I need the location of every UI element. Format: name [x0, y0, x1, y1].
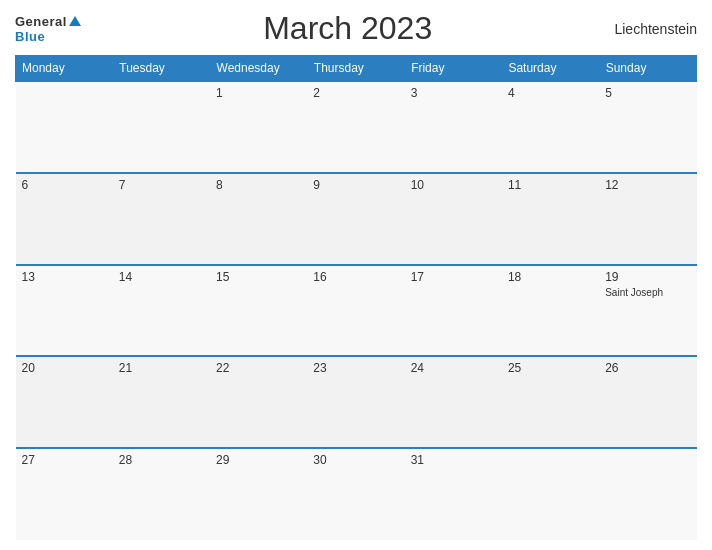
day-header-monday: Monday — [16, 56, 113, 82]
day-number: 6 — [22, 178, 107, 192]
day-number: 10 — [411, 178, 496, 192]
day-number: 29 — [216, 453, 301, 467]
logo: General Blue — [15, 14, 81, 44]
day-number: 26 — [605, 361, 690, 375]
calendar-cell: 26 — [599, 356, 696, 448]
holiday-name: Saint Joseph — [605, 286, 690, 299]
day-number: 19 — [605, 270, 690, 284]
calendar-cell: 5 — [599, 81, 696, 173]
day-number: 3 — [411, 86, 496, 100]
calendar-cell: 23 — [307, 356, 404, 448]
calendar-cell: 22 — [210, 356, 307, 448]
calendar-cell: 28 — [113, 448, 210, 540]
calendar-cell — [113, 81, 210, 173]
day-number: 28 — [119, 453, 204, 467]
logo-general-text: General — [15, 14, 67, 29]
calendar-body: 12345678910111213141516171819Saint Josep… — [16, 81, 697, 540]
day-header-tuesday: Tuesday — [113, 56, 210, 82]
calendar-cell: 18 — [502, 265, 599, 357]
day-number: 13 — [22, 270, 107, 284]
calendar-week-5: 2728293031 — [16, 448, 697, 540]
calendar-cell: 12 — [599, 173, 696, 265]
calendar-cell: 3 — [405, 81, 502, 173]
calendar-header-row: MondayTuesdayWednesdayThursdayFridaySatu… — [16, 56, 697, 82]
day-number: 11 — [508, 178, 593, 192]
day-number: 9 — [313, 178, 398, 192]
day-number: 23 — [313, 361, 398, 375]
day-number: 25 — [508, 361, 593, 375]
calendar-cell: 13 — [16, 265, 113, 357]
calendar-cell: 7 — [113, 173, 210, 265]
day-number: 14 — [119, 270, 204, 284]
calendar-header: General Blue March 2023 Liechtenstein — [15, 10, 697, 47]
day-number: 8 — [216, 178, 301, 192]
calendar-cell: 4 — [502, 81, 599, 173]
calendar-cell: 19Saint Joseph — [599, 265, 696, 357]
day-number: 18 — [508, 270, 593, 284]
calendar-cell: 14 — [113, 265, 210, 357]
calendar-table: MondayTuesdayWednesdayThursdayFridaySatu… — [15, 55, 697, 540]
day-header-wednesday: Wednesday — [210, 56, 307, 82]
calendar-cell: 1 — [210, 81, 307, 173]
calendar-cell: 17 — [405, 265, 502, 357]
day-number: 1 — [216, 86, 301, 100]
logo-blue-text: Blue — [15, 29, 45, 44]
calendar-cell: 2 — [307, 81, 404, 173]
day-number: 5 — [605, 86, 690, 100]
day-number: 30 — [313, 453, 398, 467]
calendar-cell — [599, 448, 696, 540]
calendar-cell: 24 — [405, 356, 502, 448]
calendar-cell: 21 — [113, 356, 210, 448]
day-number: 4 — [508, 86, 593, 100]
country-name: Liechtenstein — [614, 21, 697, 37]
calendar-cell — [16, 81, 113, 173]
day-number: 22 — [216, 361, 301, 375]
calendar-cell: 11 — [502, 173, 599, 265]
day-number: 16 — [313, 270, 398, 284]
calendar-week-3: 13141516171819Saint Joseph — [16, 265, 697, 357]
calendar-cell: 16 — [307, 265, 404, 357]
day-number: 24 — [411, 361, 496, 375]
calendar-cell: 15 — [210, 265, 307, 357]
calendar-cell: 10 — [405, 173, 502, 265]
calendar-cell: 27 — [16, 448, 113, 540]
calendar-week-4: 20212223242526 — [16, 356, 697, 448]
day-header-thursday: Thursday — [307, 56, 404, 82]
calendar-cell: 6 — [16, 173, 113, 265]
day-number: 12 — [605, 178, 690, 192]
month-title: March 2023 — [263, 10, 432, 47]
calendar-week-1: 12345 — [16, 81, 697, 173]
day-number: 17 — [411, 270, 496, 284]
day-number: 15 — [216, 270, 301, 284]
day-header-saturday: Saturday — [502, 56, 599, 82]
calendar-cell: 30 — [307, 448, 404, 540]
day-number: 2 — [313, 86, 398, 100]
day-header-sunday: Sunday — [599, 56, 696, 82]
day-number: 27 — [22, 453, 107, 467]
calendar-cell: 9 — [307, 173, 404, 265]
calendar-cell: 8 — [210, 173, 307, 265]
calendar-cell: 31 — [405, 448, 502, 540]
day-number: 20 — [22, 361, 107, 375]
logo-triangle-icon — [69, 16, 81, 26]
day-number: 21 — [119, 361, 204, 375]
calendar-cell: 20 — [16, 356, 113, 448]
calendar-cell — [502, 448, 599, 540]
day-number: 31 — [411, 453, 496, 467]
day-header-friday: Friday — [405, 56, 502, 82]
calendar-cell: 25 — [502, 356, 599, 448]
calendar-cell: 29 — [210, 448, 307, 540]
day-number: 7 — [119, 178, 204, 192]
calendar-week-2: 6789101112 — [16, 173, 697, 265]
